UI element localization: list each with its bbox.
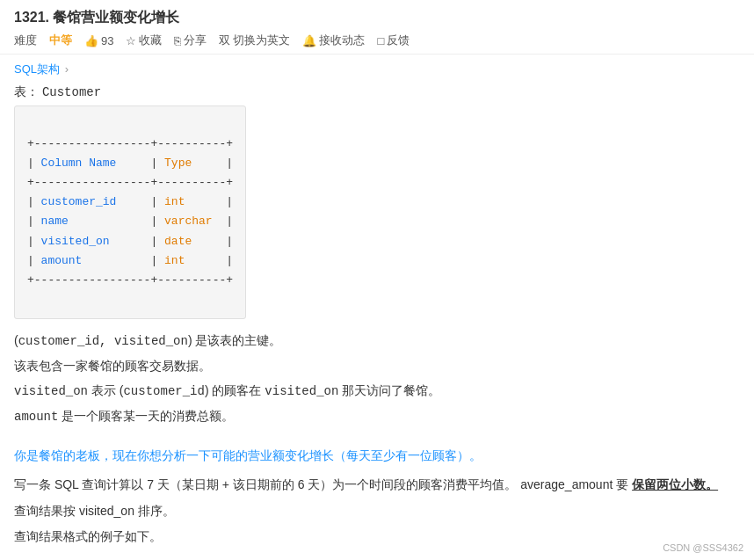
collect-button[interactable]: ☆ 收藏 (126, 33, 162, 48)
feedback-button[interactable]: □ 反馈 (377, 33, 410, 48)
share-label: 分享 (184, 33, 207, 48)
schema-header: | Column Name | Type | (27, 156, 233, 170)
subscribe-label: 接收动态 (319, 33, 365, 48)
page-header: 1321. 餐馆营业额变化增长 难度 中等 👍 93 ☆ 收藏 ⎘ 分享 双 切… (0, 0, 754, 55)
schema-code-block: +-----------------+----------+ | Column … (14, 105, 246, 319)
schema-row-1: | customer_id | int | (27, 195, 233, 208)
footer-watermark: CSDN @SSS4362 (663, 542, 743, 553)
desc-line-2: 该表包含一家餐馆的顾客交易数据。 (14, 353, 740, 378)
breadcrumb[interactable]: SQL架构 › (0, 55, 754, 81)
switch-language-button[interactable]: 双 切换为英文 (219, 33, 290, 48)
question-task: 写一条 SQL 查询计算以 7 天（某日期 + 该日期前的 6 天）为一个时间段… (14, 472, 740, 498)
feedback-icon: □ (377, 34, 384, 47)
difficulty-value: 中等 (49, 33, 72, 48)
question-intro: 你是餐馆的老板，现在你想分析一下可能的营业额变化增长（每天至少有一位顾客）。 (14, 443, 740, 469)
schema-row-3: | visited_on | date | (27, 235, 233, 248)
table-label: 表： Customer (14, 84, 740, 100)
like-icon: 👍 (84, 34, 98, 47)
question-example: 查询结果格式的例子如下。 (14, 524, 740, 549)
star-icon: ☆ (126, 34, 136, 47)
desc-line-4: amount 是一个顾客某一天的消费总额。 (14, 404, 740, 429)
problem-title: 1321. 餐馆营业额变化增长 (14, 9, 179, 27)
schema-sep-top: +-----------------+----------+ (27, 137, 233, 150)
description-block: (customer_id, visited_on) 是该表的主键。 该表包含一家… (14, 328, 740, 429)
switch-label: 切换为英文 (233, 33, 290, 48)
schema-sep-bot: +-----------------+----------+ (27, 273, 233, 287)
difficulty-label: 难度 (14, 33, 37, 48)
desc-line-1: (customer_id, visited_on) 是该表的主键。 (14, 328, 740, 353)
question-sort: 查询结果按 visited_on 排序。 (14, 498, 740, 524)
share-icon: ⎘ (174, 34, 181, 47)
language-icon: 双 (219, 33, 230, 48)
breadcrumb-arrow: › (65, 62, 69, 76)
schema-sep-mid: +-----------------+----------+ (27, 176, 233, 189)
schema-row-4: | amount | int | (27, 254, 233, 267)
main-content: 表： Customer +-----------------+---------… (0, 81, 754, 559)
collect-label: 收藏 (139, 33, 162, 48)
desc-line-3: visited_on 表示 (customer_id) 的顾客在 visited… (14, 378, 740, 404)
title-row: 1321. 餐馆营业额变化增长 (14, 9, 740, 27)
breadcrumb-link[interactable]: SQL架构 (14, 62, 60, 76)
schema-row-2: | name | varchar | (27, 215, 233, 228)
like-button[interactable]: 👍 93 (84, 34, 113, 47)
watermark-text: CSDN @SSS4362 (663, 542, 743, 553)
share-button[interactable]: ⎘ 分享 (174, 33, 207, 48)
feedback-label: 反馈 (387, 33, 410, 48)
question-section: 你是餐馆的老板，现在你想分析一下可能的营业额变化增长（每天至少有一位顾客）。 写… (14, 443, 740, 550)
subscribe-button[interactable]: 🔔 接收动态 (302, 33, 365, 48)
like-count: 93 (101, 34, 113, 47)
meta-row: 难度 中等 👍 93 ☆ 收藏 ⎘ 分享 双 切换为英文 🔔 接收动态 □ 反馈 (14, 33, 740, 48)
table-prefix: 表： (14, 84, 39, 98)
table-name: Customer (42, 85, 101, 99)
bell-icon: 🔔 (302, 34, 316, 47)
